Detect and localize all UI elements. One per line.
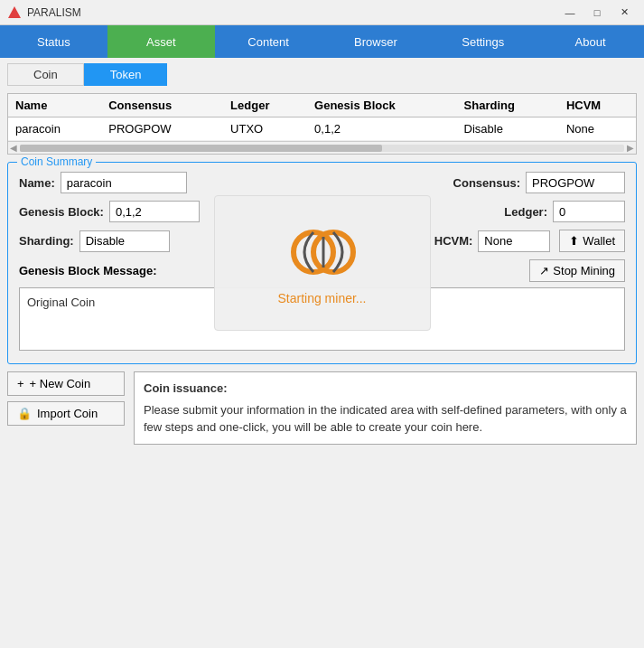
- ledger-input[interactable]: [553, 201, 625, 222]
- nav-asset[interactable]: Asset: [107, 25, 215, 58]
- window-controls: — □ ✕: [557, 4, 637, 22]
- col-genesis-block: Genesis Block: [307, 94, 456, 117]
- import-coin-label: Import Coin: [37, 407, 98, 420]
- horizontal-scrollbar[interactable]: ◀ ▶: [8, 141, 636, 154]
- nav-browser[interactable]: Browser: [322, 25, 429, 58]
- table-cell-sharding: Disable: [457, 117, 559, 141]
- stop-mining-button[interactable]: ↗ Stop Mining: [529, 259, 625, 282]
- stop-mining-icon: ↗: [539, 264, 549, 277]
- genesis-msg-label: Genesis Block Message:: [19, 264, 156, 277]
- table-cell-hcvm: None: [559, 117, 636, 141]
- ledger-label: Ledger:: [504, 205, 547, 219]
- summary-row1: Name: Consensus:: [19, 172, 625, 193]
- summary-wrapper: Coin Summary Name: Consensus: Genesis Bl…: [0, 162, 644, 364]
- loading-text: Starting miner...: [277, 291, 366, 305]
- coin-table: Name Consensus Ledger Genesis Block Shar…: [8, 94, 636, 141]
- info-title: Coin issuance:: [144, 380, 627, 398]
- coin-table-container: Name Consensus Ledger Genesis Block Shar…: [7, 93, 637, 155]
- sharding-input[interactable]: [79, 230, 170, 252]
- col-sharding: Sharding: [457, 94, 559, 117]
- scrollbar-track: [20, 145, 624, 152]
- name-label: Name:: [19, 176, 55, 190]
- hcvm-field-group: HCVM:: [434, 230, 551, 252]
- app-title: PARALISM: [27, 6, 557, 19]
- nav-content[interactable]: Content: [215, 25, 322, 58]
- nav-status[interactable]: Status: [0, 25, 107, 58]
- import-coin-button[interactable]: 🔒 Import Coin: [7, 401, 125, 426]
- titlebar: PARALISM — □ ✕: [0, 0, 644, 25]
- message-text: Original Coin: [27, 296, 95, 309]
- consensus-input[interactable]: [526, 172, 625, 193]
- sharding-field-group: Sharding:: [19, 230, 170, 252]
- new-coin-button[interactable]: + + New Coin: [7, 371, 125, 396]
- tab-token[interactable]: Token: [84, 63, 168, 86]
- hcvm-label: HCVM:: [434, 234, 473, 248]
- table-row[interactable]: paracoinPROGPOWUTXO0,1,2DisableNone: [8, 117, 636, 141]
- close-button[interactable]: ✕: [611, 4, 637, 22]
- wallet-button[interactable]: ⬆ Wallet: [559, 230, 625, 252]
- ledger-field-group: Ledger:: [504, 201, 625, 222]
- tab-coin[interactable]: Coin: [7, 63, 84, 86]
- col-name: Name: [8, 94, 101, 117]
- sharding-label: Sharding:: [19, 234, 74, 248]
- bottom-buttons: + + New Coin 🔒 Import Coin: [7, 371, 125, 445]
- loading-overlay: Starting miner...: [214, 195, 431, 331]
- genesis-block-field-group: Genesis Block:: [19, 201, 200, 222]
- scrollbar-thumb: [20, 145, 382, 152]
- navbar: Status Asset Content Browser Settings Ab…: [0, 25, 644, 58]
- tabbar: Coin Token: [0, 58, 644, 86]
- plus-icon: +: [17, 377, 24, 390]
- genesis-block-label: Genesis Block:: [19, 205, 104, 219]
- col-consensus: Consensus: [101, 94, 223, 117]
- table-cell-ledger: UTXO: [223, 117, 307, 141]
- hcvm-input[interactable]: [478, 230, 550, 252]
- name-input[interactable]: [61, 172, 187, 193]
- consensus-field-group: Consensus:: [453, 172, 625, 193]
- wallet-icon: ⬆: [569, 234, 579, 248]
- new-coin-label: + New Coin: [30, 377, 91, 390]
- genesis-block-input[interactable]: [109, 201, 200, 222]
- consensus-label: Consensus:: [453, 176, 520, 190]
- loading-logo: [286, 221, 359, 284]
- summary-legend: Coin Summary: [17, 155, 96, 168]
- nav-about[interactable]: About: [537, 25, 644, 58]
- col-ledger: Ledger: [223, 94, 307, 117]
- table-cell-name: paracoin: [8, 117, 101, 141]
- table-cell-consensus: PROGPOW: [101, 117, 223, 141]
- app-icon: [7, 5, 22, 20]
- info-text: Please submit your information in the in…: [144, 401, 627, 437]
- col-hcvm: HCVM: [559, 94, 636, 117]
- nav-settings[interactable]: Settings: [429, 25, 537, 58]
- maximize-button[interactable]: □: [584, 4, 610, 22]
- import-icon: 🔒: [17, 407, 32, 420]
- info-box: Coin issuance: Please submit your inform…: [134, 371, 637, 445]
- name-field-group: Name:: [19, 172, 187, 193]
- bottom-area: + + New Coin 🔒 Import Coin Coin issuance…: [7, 371, 637, 445]
- svg-marker-0: [8, 6, 21, 18]
- table-cell-genesis_block: 0,1,2: [307, 117, 456, 141]
- minimize-button[interactable]: —: [557, 4, 583, 22]
- table-scroll[interactable]: Name Consensus Ledger Genesis Block Shar…: [8, 94, 636, 141]
